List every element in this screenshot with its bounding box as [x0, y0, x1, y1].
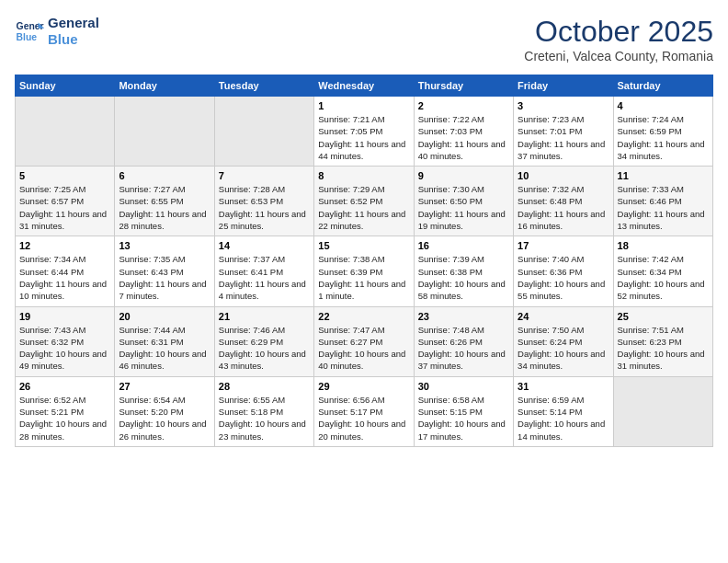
day-number: 8 — [318, 170, 409, 181]
day-number: 19 — [19, 311, 110, 322]
day-info: Sunrise: 7:37 AM Sunset: 6:41 PM Dayligh… — [219, 253, 310, 302]
day-info: Sunrise: 7:42 AM Sunset: 6:34 PM Dayligh… — [618, 253, 709, 302]
calendar-cell: 18Sunrise: 7:42 AM Sunset: 6:34 PM Dayli… — [613, 236, 712, 306]
day-info: Sunrise: 7:51 AM Sunset: 6:23 PM Dayligh… — [618, 324, 709, 373]
calendar-cell: 30Sunrise: 6:58 AM Sunset: 5:15 PM Dayli… — [414, 376, 513, 446]
day-number: 25 — [618, 311, 709, 322]
day-number: 9 — [418, 170, 509, 181]
day-number: 16 — [418, 240, 509, 251]
day-info: Sunrise: 7:43 AM Sunset: 6:32 PM Dayligh… — [19, 324, 110, 373]
day-number: 6 — [119, 170, 210, 181]
calendar-cell: 24Sunrise: 7:50 AM Sunset: 6:24 PM Dayli… — [514, 306, 613, 376]
day-info: Sunrise: 7:33 AM Sunset: 6:46 PM Dayligh… — [618, 183, 709, 232]
day-info: Sunrise: 7:22 AM Sunset: 7:03 PM Dayligh… — [418, 113, 509, 162]
weekday-header: Friday — [514, 75, 613, 97]
calendar-cell: 7Sunrise: 7:28 AM Sunset: 6:53 PM Daylig… — [214, 167, 313, 236]
calendar-cell: 4Sunrise: 7:24 AM Sunset: 6:59 PM Daylig… — [613, 97, 712, 167]
day-number: 20 — [119, 311, 210, 322]
calendar-cell: 1Sunrise: 7:21 AM Sunset: 7:05 PM Daylig… — [314, 97, 414, 167]
calendar-cell: 19Sunrise: 7:43 AM Sunset: 6:32 PM Dayli… — [16, 306, 115, 376]
day-info: Sunrise: 7:25 AM Sunset: 6:57 PM Dayligh… — [19, 183, 110, 232]
page-header: General Blue General Blue October 2025 C… — [15, 15, 713, 63]
calendar-cell: 16Sunrise: 7:39 AM Sunset: 6:38 PM Dayli… — [414, 236, 513, 306]
day-number: 24 — [518, 311, 609, 322]
day-number: 14 — [219, 240, 310, 251]
calendar-cell: 14Sunrise: 7:37 AM Sunset: 6:41 PM Dayli… — [214, 236, 313, 306]
day-number: 13 — [119, 240, 210, 251]
day-number: 15 — [318, 240, 409, 251]
day-number: 5 — [19, 170, 110, 181]
day-info: Sunrise: 7:29 AM Sunset: 6:52 PM Dayligh… — [318, 183, 409, 232]
logo: General Blue General Blue — [15, 15, 99, 48]
calendar-cell — [16, 97, 115, 167]
calendar-cell: 15Sunrise: 7:38 AM Sunset: 6:39 PM Dayli… — [314, 236, 414, 306]
day-info: Sunrise: 7:47 AM Sunset: 6:27 PM Dayligh… — [318, 324, 409, 373]
day-info: Sunrise: 7:39 AM Sunset: 6:38 PM Dayligh… — [418, 253, 509, 302]
day-number: 3 — [518, 100, 609, 111]
day-number: 29 — [318, 381, 409, 392]
day-number: 18 — [618, 240, 709, 251]
calendar-cell: 12Sunrise: 7:34 AM Sunset: 6:44 PM Dayli… — [16, 236, 115, 306]
weekday-header: Thursday — [414, 75, 513, 97]
calendar-cell: 31Sunrise: 6:59 AM Sunset: 5:14 PM Dayli… — [514, 376, 613, 446]
day-info: Sunrise: 6:52 AM Sunset: 5:21 PM Dayligh… — [19, 394, 110, 442]
day-number: 10 — [518, 170, 609, 181]
day-info: Sunrise: 7:50 AM Sunset: 6:24 PM Dayligh… — [518, 324, 609, 373]
day-number: 22 — [318, 311, 409, 322]
day-info: Sunrise: 7:21 AM Sunset: 7:05 PM Dayligh… — [318, 113, 409, 162]
logo-general: General — [48, 15, 99, 31]
day-info: Sunrise: 7:30 AM Sunset: 6:50 PM Dayligh… — [418, 183, 509, 232]
day-info: Sunrise: 7:46 AM Sunset: 6:29 PM Dayligh… — [219, 324, 310, 373]
day-info: Sunrise: 7:24 AM Sunset: 6:59 PM Dayligh… — [618, 113, 709, 162]
day-number: 12 — [19, 240, 110, 251]
day-number: 11 — [618, 170, 709, 181]
calendar-cell: 5Sunrise: 7:25 AM Sunset: 6:57 PM Daylig… — [16, 167, 115, 236]
day-number: 17 — [518, 240, 609, 251]
calendar-week-row: 26Sunrise: 6:52 AM Sunset: 5:21 PM Dayli… — [16, 376, 713, 446]
day-info: Sunrise: 7:44 AM Sunset: 6:31 PM Dayligh… — [119, 324, 210, 373]
calendar-cell: 25Sunrise: 7:51 AM Sunset: 6:23 PM Dayli… — [613, 306, 712, 376]
calendar-cell — [613, 376, 712, 446]
calendar-week-row: 19Sunrise: 7:43 AM Sunset: 6:32 PM Dayli… — [16, 306, 713, 376]
weekday-header: Wednesday — [314, 75, 414, 97]
svg-text:Blue: Blue — [17, 32, 38, 42]
day-number: 2 — [418, 100, 509, 111]
calendar-cell: 13Sunrise: 7:35 AM Sunset: 6:43 PM Dayli… — [115, 236, 214, 306]
calendar-cell: 9Sunrise: 7:30 AM Sunset: 6:50 PM Daylig… — [414, 167, 513, 236]
weekday-header: Tuesday — [214, 75, 313, 97]
title-block: October 2025 Creteni, Valcea County, Rom… — [524, 15, 713, 63]
calendar-cell: 8Sunrise: 7:29 AM Sunset: 6:52 PM Daylig… — [314, 167, 414, 236]
calendar-cell: 29Sunrise: 6:56 AM Sunset: 5:17 PM Dayli… — [314, 376, 414, 446]
day-info: Sunrise: 7:35 AM Sunset: 6:43 PM Dayligh… — [119, 253, 210, 302]
day-number: 26 — [19, 381, 110, 392]
day-info: Sunrise: 7:27 AM Sunset: 6:55 PM Dayligh… — [119, 183, 210, 232]
day-info: Sunrise: 7:28 AM Sunset: 6:53 PM Dayligh… — [219, 183, 310, 232]
calendar-cell: 17Sunrise: 7:40 AM Sunset: 6:36 PM Dayli… — [514, 236, 613, 306]
month-title: October 2025 — [524, 15, 713, 49]
calendar-cell: 21Sunrise: 7:46 AM Sunset: 6:29 PM Dayli… — [214, 306, 313, 376]
calendar-cell — [115, 97, 214, 167]
day-info: Sunrise: 7:34 AM Sunset: 6:44 PM Dayligh… — [19, 253, 110, 302]
calendar-cell: 22Sunrise: 7:47 AM Sunset: 6:27 PM Dayli… — [314, 306, 414, 376]
calendar-cell: 10Sunrise: 7:32 AM Sunset: 6:48 PM Dayli… — [514, 167, 613, 236]
day-number: 7 — [219, 170, 310, 181]
calendar-cell: 26Sunrise: 6:52 AM Sunset: 5:21 PM Dayli… — [16, 376, 115, 446]
calendar-cell — [214, 97, 313, 167]
day-info: Sunrise: 6:55 AM Sunset: 5:18 PM Dayligh… — [219, 394, 310, 442]
calendar-cell: 20Sunrise: 7:44 AM Sunset: 6:31 PM Dayli… — [115, 306, 214, 376]
calendar-cell: 11Sunrise: 7:33 AM Sunset: 6:46 PM Dayli… — [613, 167, 712, 236]
calendar-cell: 28Sunrise: 6:55 AM Sunset: 5:18 PM Dayli… — [214, 376, 313, 446]
weekday-header: Saturday — [613, 75, 712, 97]
day-info: Sunrise: 6:59 AM Sunset: 5:14 PM Dayligh… — [518, 394, 609, 442]
calendar-table: SundayMondayTuesdayWednesdayThursdayFrid… — [15, 75, 713, 447]
day-number: 4 — [618, 100, 709, 111]
day-info: Sunrise: 7:40 AM Sunset: 6:36 PM Dayligh… — [518, 253, 609, 302]
calendar-week-row: 5Sunrise: 7:25 AM Sunset: 6:57 PM Daylig… — [16, 167, 713, 236]
calendar-week-row: 1Sunrise: 7:21 AM Sunset: 7:05 PM Daylig… — [16, 97, 713, 167]
logo-icon: General Blue — [15, 17, 44, 46]
day-number: 1 — [318, 100, 409, 111]
calendar-cell: 2Sunrise: 7:22 AM Sunset: 7:03 PM Daylig… — [414, 97, 513, 167]
day-info: Sunrise: 7:48 AM Sunset: 6:26 PM Dayligh… — [418, 324, 509, 373]
location-subtitle: Creteni, Valcea County, Romania — [524, 49, 713, 63]
day-number: 21 — [219, 311, 310, 322]
